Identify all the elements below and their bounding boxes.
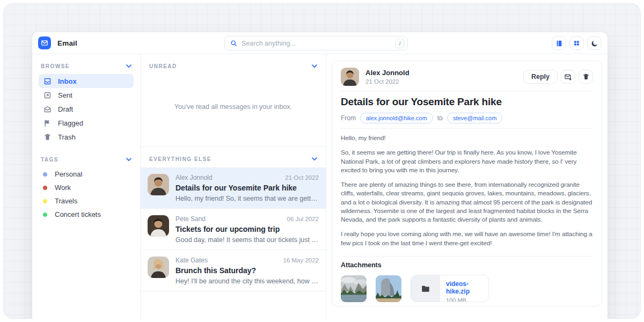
mail-date: 16 May 2022	[283, 257, 319, 264]
reading-pane-column: Alex Jonnold 21 Oct 2022 Reply De	[326, 54, 608, 319]
unread-section-header[interactable]: UNREAD	[141, 54, 326, 75]
mail-list-item[interactable]: Pete Sand 06 Jul 2022 Tickets for our up…	[141, 209, 326, 250]
sender-identity: Alex Jonnold 21 Oct 2022	[365, 69, 409, 85]
email-date: 21 Oct 2022	[365, 78, 409, 85]
to-email-pill[interactable]: steve@mail.com	[447, 113, 502, 123]
sender-name: Alex Jonnold	[365, 69, 409, 77]
top-bar: Email /	[32, 32, 608, 54]
tags-section-title: TAGS	[41, 157, 58, 163]
sidebar-item-label: Sent	[58, 91, 72, 99]
browse-section-header[interactable]: BROWSE	[39, 63, 134, 69]
chevron-down-icon[interactable]	[126, 158, 131, 162]
desktop-backdrop: Email / BROWSE	[3, 3, 641, 319]
email-paragraph: So, it seems we are getting there! Our t…	[341, 148, 593, 174]
mail-preview: Hey! I'll be around the city this weeken…	[175, 277, 319, 285]
tags-list: Personal Work Travels Concert tickets	[39, 167, 134, 221]
mail-subject: Brunch this Saturday?	[175, 266, 319, 275]
tag-label: Personal	[55, 170, 82, 178]
chevron-down-icon[interactable]	[126, 64, 131, 68]
browse-section-title: BROWSE	[41, 63, 70, 69]
chevron-down-icon[interactable]	[312, 64, 317, 68]
attachments-title: Attachments	[341, 261, 593, 269]
mail-meta: Kate Gates 16 May 2022 Brunch this Satur…	[175, 257, 319, 285]
avatar-alex-jonnold	[341, 68, 359, 86]
trash-icon	[43, 133, 52, 141]
grid-view-button[interactable]	[569, 36, 584, 50]
search-shortcut-badge: /	[395, 39, 405, 48]
email-body: Hello, my friend! So, it seems we are ge…	[341, 134, 593, 251]
tag-label: Work	[55, 184, 71, 192]
browse-nav: Inbox Sent Draft Flagged Trash	[39, 74, 134, 144]
attachment-file-card[interactable]: videos-hike.zip 100 MB	[411, 275, 489, 302]
forward-button[interactable]	[561, 70, 575, 84]
tag-label: Travels	[55, 197, 77, 205]
folder-icon	[421, 284, 430, 294]
photo-valley-thumbnail[interactable]	[341, 275, 367, 302]
avatar-kate-gates	[148, 257, 169, 278]
sidebar: BROWSE Inbox Sent Draft Flagg	[32, 54, 141, 319]
file-info: videos-hike.zip 100 MB	[440, 275, 488, 302]
email-logo-icon	[38, 36, 51, 49]
tag-item-travels[interactable]: Travels	[39, 194, 134, 208]
avatar-pete-sand	[148, 215, 169, 237]
email-paragraph: I really hope you love coming along with…	[341, 230, 593, 247]
mail-list: Alex Jonnold 21 Oct 2022 Details for our…	[141, 167, 326, 291]
mail-subject: Details for our Yosemite Park hike	[175, 184, 319, 192]
sent-icon	[43, 91, 52, 99]
chevron-down-icon[interactable]	[312, 157, 317, 161]
mail-preview: Hello, my friend! So, it seems that we a…	[175, 195, 319, 202]
mail-sender: Alex Jonnold	[175, 174, 213, 181]
photo-halfdome-thumbnail[interactable]	[376, 275, 401, 302]
tag-color-dot	[43, 213, 47, 217]
trash-icon	[582, 73, 590, 80]
search-icon	[230, 40, 237, 47]
email-paragraph: There are plenty of amazing things to se…	[341, 180, 593, 224]
mail-meta: Alex Jonnold 21 Oct 2022 Details for our…	[175, 174, 319, 202]
mail-date: 21 Oct 2022	[285, 174, 319, 181]
to-label: to	[437, 114, 443, 122]
app-content: BROWSE Inbox Sent Draft Flagg	[32, 54, 608, 319]
avatar-alex-jonnold	[148, 174, 169, 195]
book-button[interactable]	[552, 36, 566, 50]
tag-label: Concert tickets	[55, 210, 101, 218]
dark-mode-button[interactable]	[587, 36, 602, 50]
sidebar-item-label: Inbox	[58, 77, 77, 85]
sidebar-item-inbox[interactable]: Inbox	[39, 74, 134, 88]
topbar-actions	[552, 36, 602, 50]
message-list-column: UNREAD You've read all messages in your …	[141, 54, 326, 319]
moon-icon	[591, 40, 598, 47]
mail-list-item[interactable]: Alex Jonnold 21 Oct 2022 Details for our…	[141, 167, 326, 209]
tag-color-dot	[43, 199, 47, 203]
mail-preview: Good day, mate! It seems that our ticket…	[175, 236, 319, 244]
divider	[341, 91, 593, 91]
mail-meta: Pete Sand 06 Jul 2022 Tickets for our up…	[175, 215, 319, 244]
sidebar-item-trash[interactable]: Trash	[39, 130, 134, 144]
tags-section-header[interactable]: TAGS	[39, 157, 134, 163]
tag-item-work[interactable]: Work	[39, 181, 134, 194]
file-size: 100 MB	[446, 297, 482, 302]
tag-item-personal[interactable]: Personal	[39, 167, 134, 181]
mail-list-item[interactable]: Kate Gates 16 May 2022 Brunch this Satur…	[141, 250, 326, 291]
sidebar-item-label: Trash	[58, 133, 76, 141]
flag-icon	[43, 119, 52, 127]
sidebar-item-label: Draft	[58, 105, 73, 113]
everything-else-section-header[interactable]: EVERYTHING ELSE	[141, 147, 326, 167]
search-input[interactable]	[241, 40, 391, 47]
email-subject: Details for our Yosemite Park hike	[341, 96, 593, 108]
draft-icon	[43, 105, 52, 113]
search-bar[interactable]: /	[224, 36, 408, 50]
email-detail-header: Alex Jonnold 21 Oct 2022 Reply	[341, 68, 593, 86]
from-email-pill[interactable]: alex.jonnold@hike.com	[360, 113, 433, 123]
tag-item-concert-tickets[interactable]: Concert tickets	[39, 208, 134, 221]
sidebar-item-label: Flagged	[58, 119, 83, 127]
reply-button[interactable]: Reply	[523, 70, 558, 84]
email-detail-card: Alex Jonnold 21 Oct 2022 Reply De	[332, 61, 602, 306]
delete-button[interactable]	[579, 70, 593, 84]
unread-empty-message: You've read all messages in your inbox.	[141, 75, 326, 147]
divider	[341, 128, 593, 129]
sidebar-item-draft[interactable]: Draft	[39, 102, 134, 116]
sidebar-item-sent[interactable]: Sent	[39, 88, 134, 102]
sidebar-item-flagged[interactable]: Flagged	[39, 116, 134, 130]
book-icon	[555, 40, 563, 47]
everything-else-section-title: EVERYTHING ELSE	[149, 156, 211, 162]
